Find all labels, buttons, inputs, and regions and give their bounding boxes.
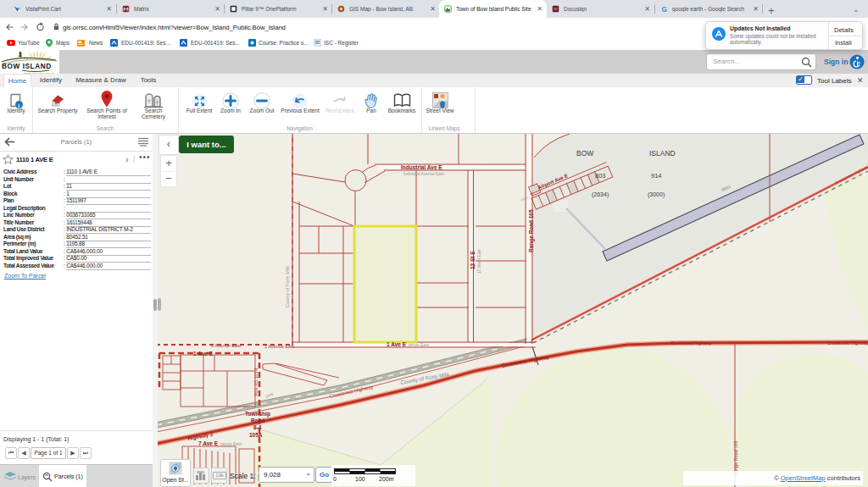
svg-text:RGE RD 105-4: RGE RD 105-4: [253, 368, 259, 396]
svg-text:7 Ave E: 7 Ave E: [198, 440, 219, 446]
svg-text:Crowsnest Highway: Crowsnest Highway: [670, 340, 712, 346]
svg-text:1 Avenue East: 1 Avenue East: [211, 343, 242, 348]
svg-text:12 St E: 12 St E: [470, 251, 476, 269]
svg-text:(3000): (3000): [648, 191, 665, 198]
svg-text:105A: 105A: [249, 432, 263, 438]
svg-text:BOW: BOW: [576, 149, 593, 158]
svg-text:1 Ave E: 1 Ave E: [193, 351, 214, 357]
svg-text:803: 803: [595, 172, 606, 180]
svg-text:Industrial Avenue East: Industrial Avenue East: [403, 172, 444, 176]
svg-text:Industrial Ave E: Industrial Ave E: [401, 164, 442, 170]
svg-text:12 Street East: 12 Street East: [477, 249, 481, 274]
svg-text:8-4: 8-4: [253, 424, 262, 430]
svg-text:Range Road 105: Range Road 105: [528, 209, 535, 252]
svg-text:ISLAND: ISLAND: [649, 149, 676, 158]
svg-text:4 St E: 4 St E: [158, 378, 159, 390]
svg-text:1 Avenue East: 1 Avenue East: [264, 344, 295, 349]
svg-text:venue East: venue East: [220, 441, 242, 446]
svg-text:Crowsnest Highway: Crowsnest Highway: [827, 340, 868, 346]
svg-text:G: G: [662, 6, 667, 14]
svg-text:BOW ISLAND: BOW ISLAND: [2, 63, 52, 70]
svg-text:(2634): (2634): [592, 191, 609, 198]
svg-text:Township: Township: [245, 411, 270, 418]
svg-text:Road: Road: [251, 418, 264, 423]
svg-text:venue East: venue East: [408, 342, 430, 347]
svg-text:County of Forty Mile: County of Forty Mile: [285, 266, 290, 307]
svg-text:1 Ave E: 1 Ave E: [387, 341, 407, 347]
svg-text:914: 914: [651, 172, 662, 180]
